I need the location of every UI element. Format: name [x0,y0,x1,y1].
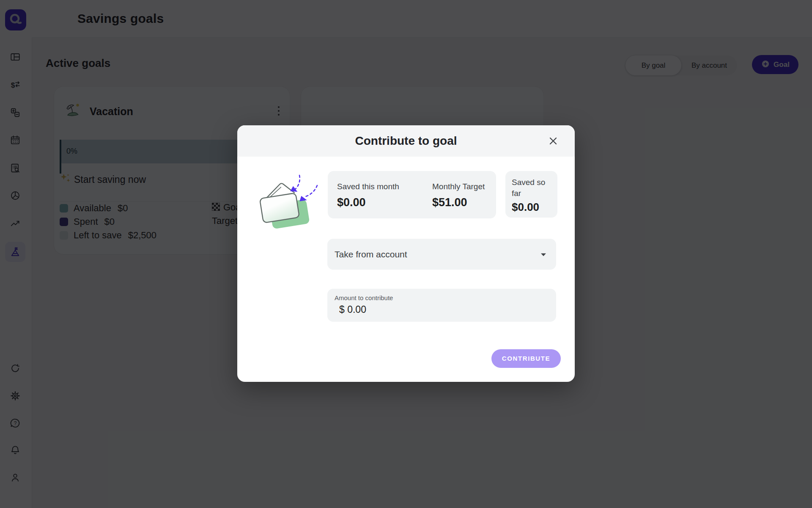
amount-input[interactable]: Amount to contribute $ 0.00 [327,289,556,322]
caret-down-icon [540,251,547,259]
modal-title: Contribute to goal [237,125,575,157]
wallet-contribution-illustration [256,173,324,236]
monthly-target: Monthly Target $51.00 [432,181,485,209]
contribute-button[interactable]: CONTRIBUTE [491,349,561,368]
amount-input-label: Amount to contribute [335,294,393,301]
close-icon[interactable] [547,135,559,147]
take-from-account-select[interactable]: Take from account [327,239,556,270]
saved-so-far: Saved so far $0.00 [512,177,554,214]
saved-this-month-label: Saved this month [337,181,399,192]
account-select-value: Take from account [335,239,407,270]
contribute-modal: Contribute to goal [237,125,575,382]
app-window: $ [0,0,812,508]
amount-input-value: $ 0.00 [339,304,366,315]
stats-card-total: Saved so far $0.00 [505,171,557,218]
saved-this-month-value: $0.00 [337,196,399,209]
saved-this-month: Saved this month $0.00 [337,181,399,209]
saved-so-far-label: Saved so far [512,177,554,199]
saved-so-far-value: $0.00 [512,201,554,214]
monthly-target-value: $51.00 [432,196,485,209]
stats-card-month: Saved this month $0.00 Monthly Target $5… [328,171,496,218]
monthly-target-label: Monthly Target [432,181,485,192]
